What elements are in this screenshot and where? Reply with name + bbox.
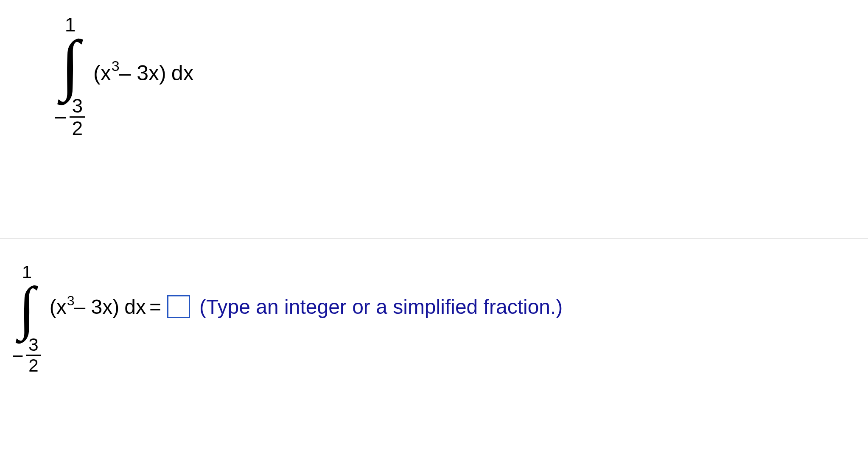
lower-limit-fraction: 3 2 xyxy=(26,335,41,375)
math-problem-page: 1 ∫ – 3 2 (x3 – 3x)dx 1 ∫ – 3 xyxy=(0,0,868,465)
integrand-open: (x xyxy=(50,295,67,318)
integral-sign-icon: ∫ xyxy=(19,285,35,331)
integral-symbol-block: 1 ∫ – 3 2 xyxy=(55,15,85,139)
integrand: (x3 – 3x)dx xyxy=(93,61,194,85)
equals-sign: = xyxy=(149,295,161,318)
lower-limit-fraction: 3 2 xyxy=(70,95,86,139)
integrand-open: (x xyxy=(93,61,111,85)
integrand-dx: dx xyxy=(124,295,146,318)
lower-limit: – 3 2 xyxy=(55,95,85,139)
answer-integrand: (x3 – 3x)dx xyxy=(50,295,146,318)
lower-limit-sign: – xyxy=(55,106,66,126)
lower-limit: – 3 2 xyxy=(13,335,41,375)
answer-hint: (Type an integer or a simplified fractio… xyxy=(199,295,563,318)
lower-limit-numerator: 3 xyxy=(70,95,86,116)
integral-sign-icon: ∫ xyxy=(61,38,80,91)
lower-limit-denominator: 2 xyxy=(26,356,41,375)
integrand-exponent: 3 xyxy=(67,293,75,309)
lower-limit-sign: – xyxy=(13,346,22,364)
integrand-rest: – 3x) xyxy=(74,295,120,318)
answer-integral-block: 1 ∫ – 3 2 xyxy=(13,263,41,375)
integrand-dx: dx xyxy=(171,61,194,85)
answer-input[interactable] xyxy=(167,295,190,318)
integrand-exponent: 3 xyxy=(112,58,120,74)
lower-limit-denominator: 2 xyxy=(70,118,86,139)
problem-integral: 1 ∫ – 3 2 (x3 – 3x)dx xyxy=(55,15,85,139)
answer-row: 1 ∫ – 3 2 (x3 – 3x)dx = (Type an integer… xyxy=(13,263,563,375)
section-divider xyxy=(0,238,868,239)
integrand-rest: – 3x) xyxy=(119,61,166,85)
lower-limit-numerator: 3 xyxy=(26,335,41,355)
